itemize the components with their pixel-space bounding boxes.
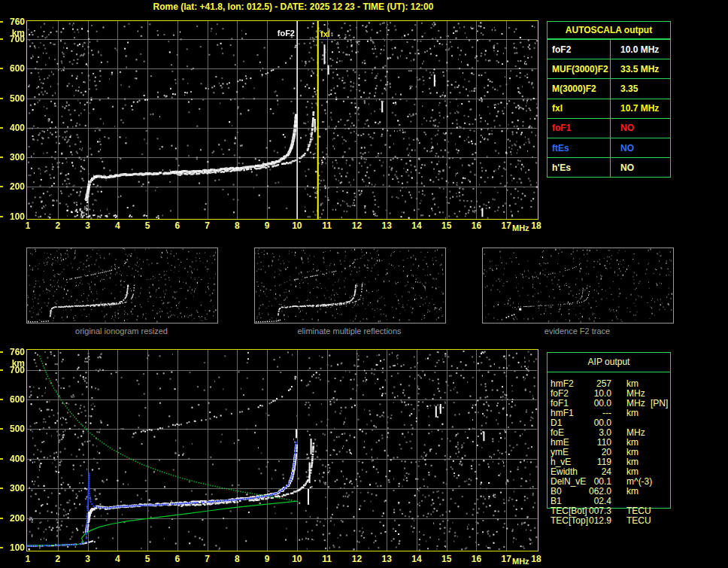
y-axis-edge-tick	[0, 488, 3, 489]
autoscala-row: foF210.0 MHz	[548, 39, 670, 59]
aip-row: TEC[Top]012.9TECU	[551, 516, 671, 526]
x-axis-tick-label: 9	[259, 221, 275, 230]
aip-param-unit: km	[626, 379, 639, 389]
autoscala-param-label: h'Es	[548, 158, 611, 177]
y-axis-tick-label: 400	[1, 123, 25, 132]
aip-row: h_vE119km	[551, 457, 671, 467]
autoscala-param-value: NO	[611, 138, 670, 157]
x-axis-tick-label: 12	[348, 554, 365, 563]
y-axis-tick-label: 600	[1, 395, 25, 404]
x-axis-tick-label: 18	[528, 221, 544, 230]
aip-param-unit: km	[626, 438, 639, 448]
aip-row: D100.0	[551, 418, 671, 428]
profile-ionogram-canvas	[26, 349, 538, 552]
autoscala-param-value: 3.35	[611, 79, 670, 98]
x-axis-tick-label: 3	[80, 221, 96, 230]
aip-param-value: 110	[551, 438, 611, 448]
aip-param-value: 00.0	[551, 418, 611, 428]
x-axis-tick-label: 8	[229, 221, 245, 230]
x-axis-tick-label: 6	[169, 221, 186, 230]
aip-row: TEC[Bot]007.3TECU	[551, 506, 671, 516]
y-axis-tick-label: 760	[1, 17, 25, 26]
aip-param-value: 24	[551, 467, 611, 477]
y-axis-edge-tick	[0, 399, 3, 400]
x-axis-tick-label: 11	[319, 221, 335, 230]
aip-param-value: 20	[551, 448, 611, 457]
aip-param-value: 007.3	[551, 506, 611, 516]
y-axis-tick-label: 400	[1, 454, 25, 463]
x-axis-tick-label: 8	[229, 554, 245, 563]
aip-param-value: 119	[551, 457, 611, 467]
autoscala-param-value: NO	[611, 158, 670, 177]
autoscala-output-table: AUTOSCALA output foF210.0 MHzMUF(3000)F2…	[547, 21, 671, 178]
fof2-marker-label: foF2	[269, 29, 295, 38]
autoscala-param-label: MUF(3000)F2	[548, 59, 611, 78]
aip-param-unit: TECU	[626, 516, 651, 526]
y-axis-edge-tick	[0, 127, 3, 129]
x-axis-tick-label: 6	[169, 554, 186, 563]
aip-param-unit: km	[626, 448, 639, 457]
y-axis-edge-tick	[0, 428, 3, 430]
y-axis-edge-tick	[0, 369, 3, 371]
y-axis-edge-tick	[0, 216, 3, 217]
aip-param-value: 3.0	[551, 428, 611, 438]
y-axis-edge-tick	[0, 458, 3, 460]
aip-row: foF100.0MHz[PN]	[551, 399, 671, 409]
x-axis-tick-label: 18	[528, 554, 544, 563]
thumbnail-evidence-f2	[482, 248, 674, 323]
y-axis-tick-label: 100	[1, 543, 25, 552]
y-axis-tick-label: 700	[1, 366, 25, 375]
thumbnail-caption-original: original ionogram resized	[26, 327, 217, 336]
y-axis-edge-tick	[0, 38, 3, 40]
aip-row: hmE110km	[551, 438, 671, 448]
y-axis-edge-tick	[0, 351, 3, 353]
autoscala-row: ftEsNO	[548, 138, 670, 157]
x-axis-tick-label: 10	[289, 554, 305, 563]
autoscala-table-header: AUTOSCALA output	[548, 22, 670, 39]
thumbnail-caption-evidence: evidence F2 trace	[482, 327, 672, 336]
aip-output-header: AIP output	[548, 353, 670, 372]
x-axis-tick-label: 13	[378, 221, 395, 230]
aip-param-unit: m^(-3)	[626, 477, 652, 487]
aip-row: B0062.0km	[551, 487, 671, 497]
autoscala-row: M(3000)F23.35	[548, 78, 670, 98]
y-axis-edge-tick	[0, 156, 3, 158]
x-axis-tick-label: 5	[139, 221, 156, 230]
thumbnail-eliminate-canvas	[255, 248, 445, 323]
aip-param-value: 062.0	[551, 487, 611, 497]
aip-row: hmF2257km	[551, 379, 671, 389]
aip-param-unit: TECU	[626, 506, 651, 516]
x-axis-tick-label: 13	[378, 554, 395, 563]
x-axis-tick-label: 4	[109, 221, 126, 230]
autoscala-row: MUF(3000)F233.5 MHz	[548, 59, 670, 78]
x-axis-tick-label: 16	[468, 554, 484, 563]
thumbnail-original-ionogram	[26, 248, 218, 323]
y-axis-edge-tick	[0, 68, 3, 69]
x-axis-tick-label: 7	[199, 221, 216, 230]
x-axis-tick-label: 7	[199, 554, 216, 563]
y-axis-tick-label: 700	[1, 35, 25, 44]
y-axis-tick-label: 760	[1, 348, 25, 357]
x-axis-tick-label: 14	[408, 221, 425, 230]
aip-param-value: 10.0	[551, 389, 611, 399]
x-axis-tick-label: 1	[20, 554, 36, 563]
y-axis-edge-tick	[0, 98, 3, 99]
aip-param-unit: MHz	[626, 399, 645, 409]
x-axis-tick-label: 15	[438, 221, 455, 230]
x-axis-tick-label: 2	[50, 221, 66, 230]
x-axis-tick-label: 3	[80, 554, 96, 563]
autoscala-window: Rome (lat: +41.8, lon: 012.5) - DATE: 20…	[0, 0, 728, 568]
aip-param-unit: MHz	[626, 389, 645, 399]
aip-row: DelN_vE00.1m^(-3)	[551, 477, 671, 487]
aip-param-unit: km	[626, 457, 639, 467]
x-axis-tick-label: 9	[259, 554, 275, 563]
y-axis-tick-label: 600	[1, 64, 25, 73]
x-axis-tick-label: 1	[20, 221, 36, 230]
x-axis-tick-label: 16	[468, 221, 484, 230]
aip-row: ymE20km	[551, 448, 671, 457]
y-axis-edge-tick	[0, 518, 3, 519]
thumbnail-original-canvas	[27, 248, 217, 323]
fxi-marker-label: fxI	[320, 29, 330, 38]
y-axis-tick-label: 100	[1, 212, 25, 221]
aip-param-unit: MHz	[626, 428, 645, 438]
